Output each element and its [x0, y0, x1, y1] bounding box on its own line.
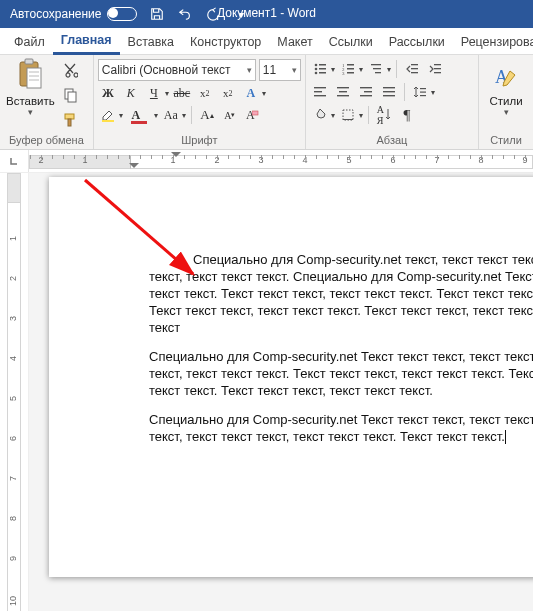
align-justify-button[interactable] — [379, 82, 399, 102]
align-center-button[interactable] — [333, 82, 353, 102]
tab-selector[interactable] — [0, 150, 29, 172]
clear-format-button[interactable]: A — [243, 105, 263, 125]
svg-rect-13 — [319, 64, 326, 66]
font-size-combo[interactable]: 11▾ — [259, 59, 301, 81]
svg-rect-33 — [314, 87, 326, 88]
ruler-vertical[interactable]: 12345678910 — [0, 173, 29, 611]
group-font: Calibri (Основной текст▾ 11▾ Ж К Ч▾ abc … — [94, 55, 306, 149]
svg-rect-46 — [420, 92, 426, 93]
highlight-button[interactable] — [98, 105, 118, 125]
svg-rect-38 — [337, 95, 349, 96]
svg-rect-44 — [383, 95, 395, 96]
group-clipboard: Вставить ▾ Буфер обмена — [0, 55, 94, 149]
svg-rect-17 — [319, 72, 326, 74]
svg-rect-31 — [434, 68, 441, 69]
sort-button[interactable]: AЯ — [374, 105, 394, 125]
styles-button[interactable]: A Стили ▾ — [483, 57, 529, 117]
title-bar: Автосохранение ▾ Документ1 - Word — [0, 0, 533, 28]
underline-button[interactable]: Ч — [144, 83, 164, 103]
svg-rect-19 — [347, 64, 354, 66]
shading-button[interactable] — [310, 105, 330, 125]
tab-review[interactable]: Рецензирова — [453, 31, 533, 54]
svg-rect-34 — [314, 91, 322, 92]
styles-group-title: Стили — [483, 132, 529, 149]
text-cursor — [505, 430, 506, 444]
bullets-button[interactable] — [310, 59, 330, 79]
undo-icon[interactable] — [177, 6, 193, 22]
svg-rect-29 — [411, 72, 418, 73]
svg-point-12 — [315, 64, 318, 67]
cut-button[interactable] — [59, 59, 81, 81]
first-line-indent-marker[interactable] — [171, 152, 181, 157]
svg-rect-11 — [252, 111, 258, 115]
grow-font-button[interactable]: A▴ — [197, 105, 217, 125]
ribbon-tabs: Файл Главная Вставка Конструктор Макет С… — [0, 28, 533, 55]
paragraph[interactable]: Специально для Comp-security.net Текст т… — [149, 348, 533, 399]
styles-icon: A — [492, 63, 520, 91]
autosave-label: Автосохранение — [10, 7, 101, 21]
align-left-button[interactable] — [310, 82, 330, 102]
svg-rect-30 — [434, 64, 441, 65]
svg-rect-9 — [68, 119, 71, 126]
multilevel-button[interactable] — [366, 59, 386, 79]
strikethrough-button[interactable]: abc — [172, 83, 192, 103]
svg-rect-49 — [343, 119, 353, 120]
font-group-title: Шрифт — [98, 132, 301, 149]
paragraph-text: Специально для Comp-security.net Текст т… — [149, 412, 533, 444]
svg-rect-10 — [102, 120, 114, 122]
svg-rect-42 — [383, 87, 395, 88]
align-right-button[interactable] — [356, 82, 376, 102]
svg-rect-26 — [375, 72, 381, 73]
decrease-indent-button[interactable] — [402, 59, 422, 79]
svg-text:3: 3 — [342, 71, 345, 76]
tab-references[interactable]: Ссылки — [321, 31, 381, 54]
line-spacing-button[interactable] — [410, 82, 430, 102]
svg-rect-48 — [343, 110, 353, 120]
svg-point-16 — [315, 72, 318, 75]
tab-mailings[interactable]: Рассылки — [381, 31, 453, 54]
numbering-button[interactable]: 123 — [338, 59, 358, 79]
autosave-toggle[interactable]: Автосохранение — [10, 7, 137, 21]
superscript-button[interactable]: x2 — [218, 83, 238, 103]
document-canvas[interactable]: Специально для Comp-security.net текст, … — [29, 173, 533, 611]
hanging-indent-marker[interactable] — [129, 163, 139, 168]
tab-home[interactable]: Главная — [53, 29, 120, 55]
clipboard-group-title: Буфер обмена — [4, 132, 89, 149]
tab-file[interactable]: Файл — [6, 31, 53, 54]
svg-rect-15 — [319, 68, 326, 70]
bold-button[interactable]: Ж — [98, 83, 118, 103]
paste-button[interactable]: Вставить ▾ — [4, 57, 57, 117]
format-painter-button[interactable] — [59, 109, 81, 131]
group-styles: A Стили ▾ Стили — [479, 55, 533, 149]
svg-rect-2 — [27, 68, 41, 88]
copy-button[interactable] — [59, 84, 81, 106]
svg-rect-39 — [360, 87, 372, 88]
svg-rect-25 — [373, 68, 381, 69]
tab-insert[interactable]: Вставка — [120, 31, 182, 54]
styles-label: Стили — [489, 95, 522, 107]
ruler-horizontal[interactable]: 21123456789101112 — [0, 150, 533, 173]
text-effects-button[interactable]: A — [241, 83, 261, 103]
borders-button[interactable] — [338, 105, 358, 125]
show-marks-button[interactable]: ¶ — [397, 105, 417, 125]
shrink-font-button[interactable]: A▾ — [220, 105, 240, 125]
font-name-combo[interactable]: Calibri (Основной текст▾ — [98, 59, 256, 81]
paragraph-group-title: Абзац — [310, 132, 474, 149]
ribbon: Вставить ▾ Буфер обмена Calibri (Основно… — [0, 55, 533, 150]
toggle-switch-off[interactable] — [107, 7, 137, 21]
page: Специально для Comp-security.net текст, … — [49, 177, 533, 577]
svg-rect-28 — [411, 68, 418, 69]
paragraph[interactable]: Специально для Comp-security.net Текст т… — [149, 411, 533, 445]
save-icon[interactable] — [149, 6, 165, 22]
svg-rect-47 — [420, 95, 426, 96]
tab-design[interactable]: Конструктор — [182, 31, 269, 54]
svg-rect-37 — [339, 91, 347, 92]
change-case-button[interactable]: Aa — [161, 105, 181, 125]
tab-layout[interactable]: Макет — [269, 31, 320, 54]
paragraph[interactable]: Специально для Comp-security.net текст, … — [149, 251, 533, 336]
svg-rect-41 — [360, 95, 372, 96]
increase-indent-button[interactable] — [425, 59, 445, 79]
svg-rect-43 — [383, 91, 395, 92]
subscript-button[interactable]: x2 — [195, 83, 215, 103]
italic-button[interactable]: К — [121, 83, 141, 103]
